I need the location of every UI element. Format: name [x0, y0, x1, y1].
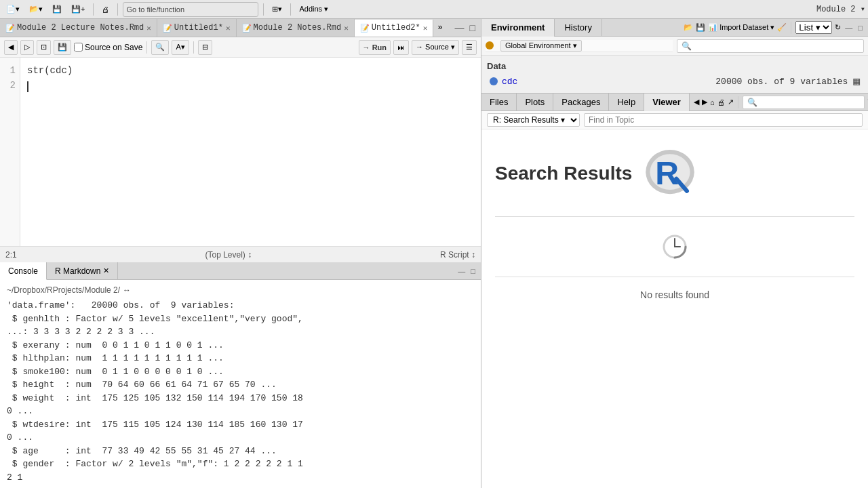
files-tab[interactable]: Files	[481, 94, 517, 111]
path-icon: ↔	[123, 284, 131, 296]
viewer-search-input[interactable]	[743, 96, 865, 109]
new-file-btn[interactable]: 📄▾	[3, 2, 23, 17]
divider-1	[495, 216, 854, 217]
right-panel: Environment History 📂 💾 📊 Import Dataset…	[481, 19, 868, 488]
cursor	[27, 81, 28, 92]
sep2	[117, 3, 118, 16]
print-btn[interactable]: 🖨	[98, 2, 113, 17]
env-load-btn[interactable]: 📂	[684, 23, 693, 32]
console-line-8: 0 ...	[7, 405, 474, 418]
editor-toolbar: ◀ ▷ ⊡ 💾 Source on Save 🔍 A▾ ⊟ → Run ⏭ → …	[0, 37, 481, 58]
find-in-topic-input[interactable]	[584, 113, 863, 127]
console-tab-actions: — □	[452, 267, 481, 275]
close-rmd-tab[interactable]: ✕	[103, 266, 109, 275]
viewer-tab[interactable]: Viewer	[644, 94, 690, 111]
close-tab-btn[interactable]: ✕	[146, 24, 151, 33]
search-btn[interactable]: 🔍	[151, 40, 169, 55]
forward-btn[interactable]: ▷	[20, 40, 34, 55]
close-tab-btn[interactable]: ✕	[423, 24, 428, 33]
view-select[interactable]: List ▾	[795, 21, 832, 34]
code-editor[interactable]: 1 2 str(cdc)	[0, 58, 481, 246]
source-btn[interactable]: → Source ▾	[412, 40, 459, 55]
main-layout: 📝 Module 2 Lecture Notes.Rmd ✕ 📝 Untitle…	[0, 19, 868, 488]
minimize-env-btn[interactable]: —	[844, 24, 854, 32]
r-markdown-label: R Markdown	[55, 266, 100, 276]
tab-module2-lecture[interactable]: 📝 Module 2 Lecture Notes.Rmd ✕	[0, 19, 157, 37]
cursor-position: 2:1	[5, 250, 17, 260]
env-search-input[interactable]	[677, 39, 864, 53]
top-toolbar: 📄▾ 📂▾ 💾 💾+ 🖨 Go to file/function ⊞▾ Addi…	[0, 0, 868, 19]
sep2	[193, 41, 194, 54]
tab-untitled1[interactable]: 📝 Untitled1* ✕	[157, 19, 237, 37]
viewer-home-btn[interactable]: ⌂	[710, 98, 715, 106]
save-btn[interactable]: 💾	[49, 2, 65, 17]
tab-overflow-btn[interactable]: »	[433, 22, 446, 34]
viewer-print-btn[interactable]: 🖨	[717, 98, 725, 106]
tab-label: Module 2 Lecture Notes.Rmd	[17, 23, 144, 33]
console-line-3: $ exerany : num 0 0 1 1 0 1 1 0 0 1 ...	[7, 339, 474, 352]
env-data-section: Data cdc 20000 obs. of 9 variables ▦	[481, 56, 868, 93]
viewer-section: Files Plots Packages Help Viewer ◀ ▶ ⌂ 🖨…	[481, 94, 868, 488]
code-lines: 1 2 str(cdc)	[0, 58, 481, 246]
viewer-tab-bar: Files Plots Packages Help Viewer ◀ ▶ ⌂ 🖨…	[481, 94, 868, 111]
help-tab[interactable]: Help	[609, 94, 644, 111]
close-tab-btn[interactable]: ✕	[226, 24, 231, 33]
viewer-forward-btn[interactable]: ▶	[702, 98, 707, 106]
go-to-start-btn[interactable]: ⊡	[37, 40, 51, 55]
plots-tab[interactable]: Plots	[517, 94, 553, 111]
highlight-btn[interactable]: A▾	[172, 40, 189, 55]
console-tab-bar: Console R Markdown ✕ — □	[0, 262, 481, 280]
env-refresh-btn[interactable]: ↻	[835, 23, 841, 32]
console-area[interactable]: ~/Dropbox/RProjects/Module 2/ ↔ 'data.fr…	[0, 280, 481, 488]
environment-tab[interactable]: Environment	[481, 19, 555, 37]
source-on-save-checkbox[interactable]	[74, 43, 83, 52]
open-file-btn[interactable]: 📂▾	[26, 2, 46, 17]
env-clear-btn[interactable]: 🧹	[777, 23, 787, 32]
addins-btn[interactable]: Addins ▾	[296, 2, 332, 17]
global-env-btn[interactable]: Global Environment ▾	[500, 40, 582, 52]
history-tab[interactable]: History	[555, 19, 601, 37]
sep	[738, 96, 738, 108]
maximize-editor-btn[interactable]: □	[469, 22, 477, 33]
left-panel: 📝 Module 2 Lecture Notes.Rmd ✕ 📝 Untitle…	[0, 19, 481, 488]
path-text: ~/Dropbox/RProjects/Module 2/	[7, 284, 120, 296]
options-btn[interactable]: ☰	[462, 40, 477, 55]
file-icon: 📝	[360, 24, 370, 33]
back-btn[interactable]: ◀	[4, 40, 18, 55]
maximize-console-btn[interactable]: □	[469, 267, 477, 275]
maximize-env-btn[interactable]: □	[856, 24, 864, 32]
grid-btn[interactable]: ⊞▾	[269, 2, 285, 17]
viewer-export-btn[interactable]: ↗	[728, 98, 734, 106]
import-dataset-btn[interactable]: 📊 Import Dataset ▾	[708, 23, 774, 32]
global-env-icon	[486, 41, 494, 49]
tab-untitled2[interactable]: 📝 Untitled2* ✕	[355, 20, 434, 37]
minimize-console-btn[interactable]: —	[456, 267, 467, 275]
search-results-dropdown[interactable]: R: Search Results ▾	[487, 113, 580, 127]
next-chunk-btn[interactable]: ⏭	[393, 40, 409, 55]
env-tab-actions: 📂 💾 📊 Import Dataset ▾ 🧹 List ▾ ↻ — □	[679, 21, 868, 34]
viewer-back-btn[interactable]: ◀	[694, 98, 699, 106]
minimize-editor-btn[interactable]: —	[454, 22, 466, 33]
format-btn[interactable]: ⊟	[198, 40, 212, 55]
search-results-title: Search Results	[495, 163, 632, 184]
search-dropdown-bar: R: Search Results ▾	[481, 111, 868, 129]
r-markdown-tab[interactable]: R Markdown ✕	[47, 262, 118, 280]
tab-module2-notes[interactable]: 📝 Module 2 Notes.Rmd ✕	[237, 19, 355, 37]
data-icon	[490, 77, 498, 85]
editor-tab-bar: 📝 Module 2 Lecture Notes.Rmd ✕ 📝 Untitle…	[0, 19, 481, 37]
env-save-btn[interactable]: 💾	[696, 23, 705, 32]
close-tab-btn[interactable]: ✕	[344, 24, 349, 33]
run-btn[interactable]: → Run	[359, 40, 391, 55]
source-on-save-text: Source on Save	[85, 43, 142, 52]
save-all-btn[interactable]: 💾+	[68, 2, 88, 17]
packages-tab[interactable]: Packages	[553, 94, 609, 111]
go-to-file-btn[interactable]: Go to file/function	[123, 2, 258, 17]
save-editor-btn[interactable]: 💾	[54, 40, 71, 55]
var-name-cdc[interactable]: cdc	[502, 77, 542, 87]
svg-text:R: R	[656, 155, 679, 191]
console-tab[interactable]: Console	[0, 262, 47, 280]
sep	[146, 41, 147, 54]
table-view-icon[interactable]: ▦	[853, 75, 860, 88]
file-icon: 📝	[5, 24, 15, 33]
sep	[791, 22, 791, 34]
